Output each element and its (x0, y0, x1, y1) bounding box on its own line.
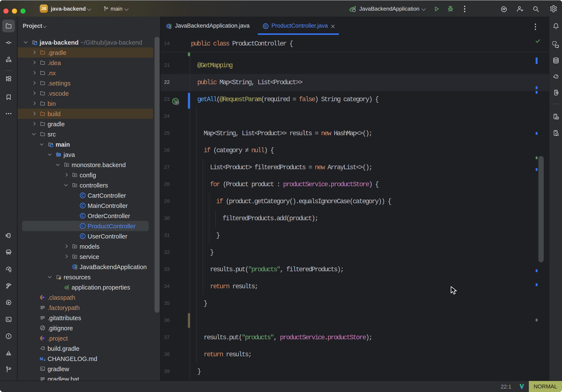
svg-text:M: M (40, 356, 43, 361)
